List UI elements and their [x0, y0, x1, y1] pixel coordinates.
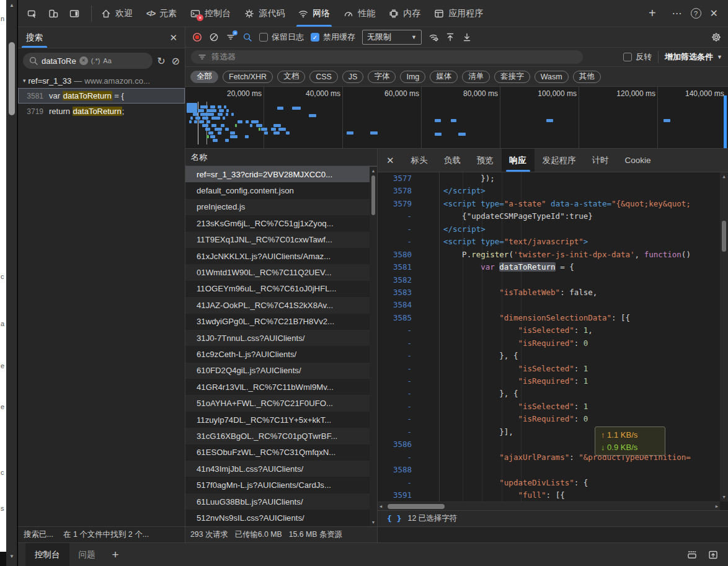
- request-row[interactable]: default_config.content.json: [185, 182, 377, 198]
- filter-chip[interactable]: 其他: [573, 71, 601, 83]
- response-tab[interactable]: 负载: [436, 149, 469, 172]
- tab-sources[interactable]: 源代码: [237, 0, 291, 27]
- request-row[interactable]: 610FD2Q4giL.js?AUIClients/: [185, 363, 377, 379]
- filter-chip[interactable]: 全部: [190, 71, 218, 83]
- filter-chip[interactable]: 字体: [368, 71, 396, 83]
- search-input[interactable]: dataToRe ✕ (.*) Aa: [23, 53, 153, 69]
- request-row[interactable]: 31cG16XBgOL._RC%7C01pQTwrBF...: [185, 428, 377, 444]
- response-tab[interactable]: Cookie: [617, 149, 659, 172]
- disable-cache-checkbox[interactable]: ✓: [311, 33, 319, 42]
- request-row[interactable]: 61ESObuFzWL._RC%7C31QmfqxN...: [185, 444, 377, 461]
- request-row[interactable]: 01Wmtd1W90L._RC%7C11Q2UEV...: [185, 264, 377, 280]
- network-overview-timeline[interactable]: 20,000 ms40,000 ms60,000 ms80,000 ms100,…: [185, 87, 728, 149]
- filter-chip[interactable]: 文档: [277, 71, 305, 83]
- request-row[interactable]: 11T9EXq1JNL._RC%7C01cxwTawf...: [185, 232, 377, 248]
- expand-panel-icon[interactable]: [708, 550, 718, 560]
- request-row[interactable]: 61c9zCeth-L.js?AUIClients/: [185, 346, 377, 362]
- dock-side-icon[interactable]: [65, 4, 84, 23]
- request-row[interactable]: 31wdyiGPg0L._RC%7C21B7H8Vv2...: [185, 314, 377, 330]
- scrollbar-thumb[interactable]: [388, 504, 445, 509]
- response-tab[interactable]: 计时: [584, 149, 617, 172]
- scroll-up-icon[interactable]: ▲: [370, 169, 377, 173]
- response-code-viewer[interactable]: 3577 });3578</script>3579<script type="a…: [378, 172, 728, 510]
- request-row[interactable]: ref=sr_1_33?crid=2VBV28MJXCC0...: [185, 166, 377, 182]
- filter-chip[interactable]: JS: [342, 71, 364, 83]
- request-row[interactable]: 41JAZ-OokPL._RC%7C41S2kX8Av...: [185, 297, 377, 313]
- search-match-row[interactable]: 3581var dataToReturn = {: [18, 88, 185, 104]
- throttling-select[interactable]: 无限制 ▼: [362, 30, 422, 45]
- dock-bottom-icon[interactable]: [687, 550, 697, 560]
- clear-query-icon[interactable]: ✕: [79, 56, 88, 65]
- import-har-icon[interactable]: [445, 32, 455, 42]
- request-row[interactable]: 41GR4r13VlL._RC%7C11bWml9Mv...: [185, 379, 377, 395]
- network-search-icon[interactable]: [242, 32, 252, 42]
- scrollbar-thumb[interactable]: [371, 175, 375, 215]
- expand-caret-icon[interactable]: ▾: [23, 77, 26, 84]
- scroll-left-icon[interactable]: ◀: [380, 504, 382, 509]
- preserve-log-checkbox[interactable]: [259, 33, 268, 42]
- filter-chip[interactable]: Wasm: [535, 71, 569, 83]
- tab-app[interactable]: 应用程序: [427, 0, 490, 27]
- refresh-icon[interactable]: ↻: [157, 55, 165, 67]
- filter-input[interactable]: 筛选器: [191, 50, 583, 64]
- scroll-up-icon[interactable]: ▲: [6, 2, 17, 8]
- request-list-scrollbar[interactable]: ▲ ▼: [370, 167, 377, 526]
- scroll-down-icon[interactable]: ▼: [370, 520, 377, 524]
- response-tab[interactable]: 响应: [502, 149, 535, 172]
- request-row[interactable]: preInjected.js: [185, 199, 377, 215]
- search-match-row[interactable]: 3719return dataToReturn;: [18, 104, 185, 119]
- response-tab[interactable]: 预览: [469, 149, 502, 172]
- filter-chip[interactable]: 媒体: [430, 71, 458, 83]
- filter-chip[interactable]: Fetch/XHR: [223, 71, 273, 83]
- more-filters-button[interactable]: 增加筛选条件 ▼: [665, 51, 722, 63]
- invert-filter-option[interactable]: 反转: [623, 51, 652, 63]
- page-scrollbar-thumb[interactable]: [9, 42, 15, 115]
- tab-search[interactable]: 搜索: [18, 27, 51, 48]
- filter-chip[interactable]: 清单: [462, 71, 490, 83]
- close-detail-icon[interactable]: ✕: [378, 149, 403, 172]
- help-icon[interactable]: ?: [691, 8, 701, 19]
- filter-chip[interactable]: Img: [400, 71, 425, 83]
- request-row[interactable]: 213sKsGm6jL._RC%7C51gj1xZyoq...: [185, 215, 377, 231]
- tab-memory[interactable]: 内存: [382, 0, 427, 27]
- regex-toggle[interactable]: (.*): [91, 57, 100, 64]
- filter-chip[interactable]: CSS: [309, 71, 338, 83]
- more-options-icon[interactable]: ⋯: [672, 7, 682, 19]
- close-search-icon[interactable]: ✕: [162, 27, 185, 48]
- filter-chip[interactable]: 套接字: [494, 71, 530, 83]
- scroll-down-icon[interactable]: ▼: [6, 554, 17, 559]
- scroll-up-icon[interactable]: ▲: [720, 174, 728, 179]
- clear-results-icon[interactable]: ⊘: [172, 55, 180, 67]
- search-result-group[interactable]: ▾ ref=sr_1_33 — www.amazon.co...: [18, 73, 185, 88]
- name-column-header[interactable]: 名称: [185, 149, 377, 166]
- clear-network-icon[interactable]: [209, 32, 219, 42]
- code-horizontal-scrollbar[interactable]: ◀ ▶: [378, 502, 720, 510]
- tab-perf[interactable]: 性能: [337, 0, 382, 27]
- drawer-tab-issues[interactable]: 问题: [69, 543, 105, 566]
- export-har-icon[interactable]: [462, 32, 472, 42]
- request-row[interactable]: 11zuylp74DL._RC%7C11Y+5x+kkT...: [185, 412, 377, 428]
- tab-home[interactable]: 欢迎: [94, 0, 140, 27]
- disable-cache-option[interactable]: ✓ 禁用缓存: [311, 32, 355, 43]
- request-row[interactable]: 517f0agMn-L.js?AUIClients/CardJs...: [185, 477, 377, 493]
- close-devtools-icon[interactable]: ✕: [710, 7, 718, 19]
- drawer-new-tab-button[interactable]: +: [105, 543, 127, 566]
- invert-checkbox[interactable]: [623, 53, 632, 61]
- network-conditions-icon[interactable]: [428, 32, 438, 42]
- page-scrollbar[interactable]: ▲ ▼: [6, 0, 17, 566]
- preserve-log-option[interactable]: 保留日志: [259, 32, 304, 43]
- new-tab-button[interactable]: +: [642, 0, 662, 27]
- record-icon[interactable]: [192, 32, 202, 42]
- scroll-right-icon[interactable]: ▶: [716, 504, 718, 509]
- drawer-tab-console[interactable]: 控制台: [25, 543, 69, 566]
- request-row[interactable]: 31J0-7TnnuL.css?AUIClients/: [185, 330, 377, 346]
- response-tab[interactable]: 发起程序: [535, 149, 584, 172]
- request-row[interactable]: 61xJcNKKLXL.js?AUIClients/Amaz...: [185, 248, 377, 264]
- request-row[interactable]: 61LuuG38BbL.js?AUIClients/: [185, 493, 377, 510]
- request-row[interactable]: 11OGEYm96uL._RC%7C61oJ0jHFL...: [185, 281, 377, 297]
- code-vertical-scrollbar[interactable]: ▲ ▼: [720, 172, 728, 502]
- scroll-down-icon[interactable]: ▼: [720, 495, 728, 500]
- overview-window-handle[interactable]: [724, 95, 727, 148]
- network-settings-icon[interactable]: [711, 32, 721, 42]
- request-row[interactable]: 51oAYHA+FWL._RC%7C21F0UFO...: [185, 395, 377, 411]
